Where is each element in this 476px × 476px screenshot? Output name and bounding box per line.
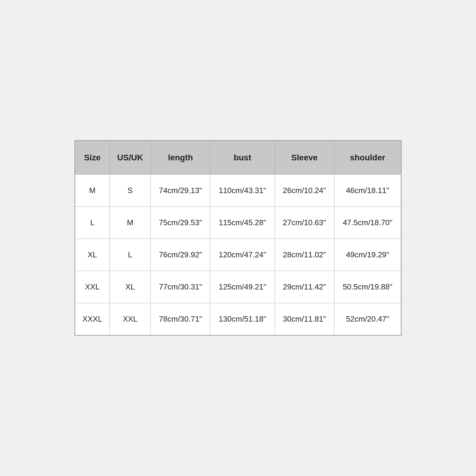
cell-size: XXXL: [75, 303, 110, 335]
cell-shoulder: 46cm/18.11": [334, 175, 401, 207]
cell-sleeve: 29cm/11.42": [275, 271, 334, 303]
cell-size: XL: [75, 239, 110, 271]
cell-usuk: XXL: [109, 303, 151, 335]
table-row: XLL76cm/29.92"120cm/47.24"28cm/11.02"49c…: [75, 239, 401, 271]
cell-length: 75cm/29.53": [151, 207, 210, 239]
cell-bust: 115cm/45.28": [210, 207, 275, 239]
cell-sleeve: 26cm/10.24": [275, 175, 334, 207]
header-size: Size: [75, 141, 110, 175]
cell-size: M: [75, 175, 110, 207]
cell-bust: 125cm/49.21": [210, 271, 275, 303]
page-container: Size US/UK length bust Sleeve shoulder M…: [0, 0, 476, 476]
cell-usuk: L: [109, 239, 151, 271]
table-row: LM75cm/29.53"115cm/45.28"27cm/10.63"47.5…: [75, 207, 401, 239]
header-usuk: US/UK: [109, 141, 151, 175]
header-bust: bust: [210, 141, 275, 175]
cell-length: 77cm/30.31": [151, 271, 210, 303]
cell-sleeve: 27cm/10.63": [275, 207, 334, 239]
cell-usuk: M: [109, 207, 151, 239]
cell-length: 78cm/30.71": [151, 303, 210, 335]
size-chart-table: Size US/UK length bust Sleeve shoulder M…: [75, 141, 401, 335]
cell-bust: 110cm/43.31": [210, 175, 275, 207]
cell-usuk: XL: [109, 271, 151, 303]
table-row: MS74cm/29.13"110cm/43.31"26cm/10.24"46cm…: [75, 175, 401, 207]
header-length: length: [151, 141, 210, 175]
table-header-row: Size US/UK length bust Sleeve shoulder: [75, 141, 401, 175]
cell-size: XXL: [75, 271, 110, 303]
cell-length: 74cm/29.13": [151, 175, 210, 207]
cell-sleeve: 28cm/11.02": [275, 239, 334, 271]
cell-sleeve: 30cm/11.81": [275, 303, 334, 335]
cell-length: 76cm/29.92": [151, 239, 210, 271]
header-shoulder: shoulder: [334, 141, 401, 175]
cell-bust: 130cm/51.18": [210, 303, 275, 335]
table-row: XXLXL77cm/30.31"125cm/49.21"29cm/11.42"5…: [75, 271, 401, 303]
cell-shoulder: 49cm/19.29": [334, 239, 401, 271]
cell-shoulder: 50.5cm/19.88": [334, 271, 401, 303]
table-row: XXXLXXL78cm/30.71"130cm/51.18"30cm/11.81…: [75, 303, 401, 335]
size-chart-table-wrapper: Size US/UK length bust Sleeve shoulder M…: [74, 140, 402, 336]
cell-usuk: S: [109, 175, 151, 207]
cell-shoulder: 52cm/20.47": [334, 303, 401, 335]
cell-shoulder: 47.5cm/18.70": [334, 207, 401, 239]
cell-size: L: [75, 207, 110, 239]
cell-bust: 120cm/47.24": [210, 239, 275, 271]
header-sleeve: Sleeve: [275, 141, 334, 175]
